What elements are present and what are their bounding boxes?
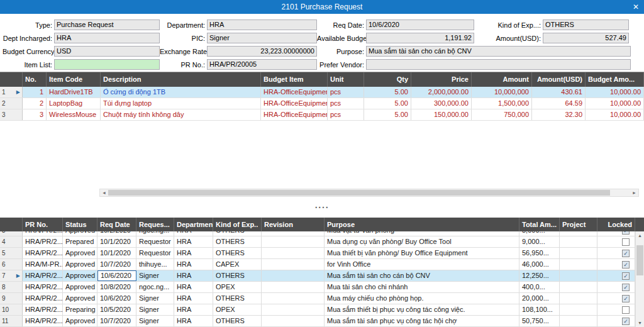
column-header-purpose[interactable]: Purpose	[325, 218, 519, 231]
pr-row[interactable]: 9 ▶ HRA/PR/2... Approved 10/6/2020 Signe…	[0, 293, 635, 304]
prefer-vendor-field[interactable]	[366, 59, 631, 70]
close-icon[interactable]: ✕	[633, 0, 639, 14]
column-header-total-amount[interactable]: Total Am...	[519, 218, 560, 231]
pr-row[interactable]: 4 ▶ HRA/PR/2... Prepared 10/1/2020 Reque…	[0, 236, 635, 248]
column-header-requestor[interactable]: Reques...	[136, 218, 174, 231]
column-header-budget-amount[interactable]: Budget Amo...	[586, 72, 644, 87]
scroll-left-icon[interactable]: ◄	[100, 189, 108, 196]
splitter-handle-icon[interactable]: ····	[315, 204, 330, 211]
vertical-scrollbar-thumb[interactable]	[636, 245, 643, 275]
kind-of-exp-field[interactable]: OTHERS	[543, 19, 629, 30]
pr-row[interactable]: 8 ▶ HRA/PR/2... Approved 10/8/2020 ngoc.…	[0, 282, 635, 293]
cell-department: HRA	[174, 282, 213, 292]
horizontal-scrollbar[interactable]: ◄ ►	[99, 189, 639, 197]
column-header-budget-item[interactable]: Budget Item	[261, 72, 328, 87]
locked-checkbox[interactable]: ✓	[622, 306, 630, 314]
item-row[interactable]: 3 ▶ 3 WirelessMouse Chuột máy tính không…	[0, 109, 644, 121]
dept-incharged-label: Dept Incharged:	[3, 35, 54, 42]
column-header-price[interactable]: Price	[411, 72, 472, 87]
item-row[interactable]: 2 ▶ 2 LaptopBag Túi đựng laptop HRA-Offi…	[0, 98, 644, 109]
cell-project	[560, 231, 597, 236]
column-header-project[interactable]: Project	[560, 218, 597, 231]
column-header-qty[interactable]: Qty	[364, 72, 411, 87]
row-selector[interactable]: 4 ▶	[0, 236, 23, 247]
locked-checkbox[interactable]: ✓	[622, 318, 630, 325]
pr-no-field[interactable]: HRA/PR/20005	[207, 59, 317, 70]
dept-incharged-field[interactable]: HRA	[54, 33, 160, 43]
cell-revision	[262, 304, 325, 315]
pr-row[interactable]: 5 ▶ HRA/PR/2... Approved 10/1/2020 Reque…	[0, 248, 635, 259]
locked-checkbox[interactable]: ✓	[622, 272, 630, 280]
row-selector[interactable]: 6 ▶	[0, 259, 23, 270]
item-list-field[interactable]	[54, 59, 160, 70]
scroll-down-icon[interactable]: ▼	[636, 319, 644, 327]
row-selector[interactable]: 2 ▶	[0, 98, 23, 109]
row-selector[interactable]: 10 ▶	[0, 304, 23, 315]
available-budget-field[interactable]: 1,191.92	[366, 33, 474, 43]
cell-kind-of-exp: OTHERS	[213, 248, 262, 258]
amount-usd-field[interactable]: 527.49	[543, 33, 629, 43]
pr-row[interactable]: 11 ▶ HRA/PR/2... Approved 10/7/2020 Sign…	[0, 316, 635, 327]
pr-row[interactable]: 10 ▶ HRA/PR/2... Preparing 10/5/2020 Sig…	[0, 304, 635, 316]
column-header-req-date[interactable]: Req Date	[97, 218, 136, 231]
exchange-rate-field[interactable]: 23,223.00000000	[207, 46, 317, 57]
cell-unit: pcs	[328, 87, 364, 97]
budget-currency-field[interactable]: USD	[54, 46, 160, 57]
column-header-amount-usd[interactable]: Amount(USD)	[532, 72, 586, 87]
cell-qty: 5.00	[364, 109, 411, 120]
column-header-status[interactable]: Status	[63, 218, 97, 231]
purpose-field[interactable]: Mua sắm tài sản cho cán bộ CNV	[366, 46, 631, 57]
cell-project	[560, 259, 597, 270]
locked-checkbox[interactable]: ✓	[622, 261, 630, 269]
row-selector[interactable]: 8 ▶	[0, 282, 23, 292]
locked-checkbox[interactable]: ✓	[622, 295, 630, 302]
exchange-rate-label: Exchange Rate:	[160, 48, 207, 55]
column-header-unit[interactable]: Unit	[328, 72, 364, 87]
column-header-pr-no[interactable]: PR No.	[23, 218, 63, 231]
horizontal-scrollbar-thumb[interactable]	[108, 190, 610, 196]
row-selector[interactable]: 3 ▶	[0, 109, 23, 120]
cell-total-amount: 108,100...	[519, 304, 560, 315]
type-field[interactable]: Purchase Request	[54, 19, 160, 30]
item-row[interactable]: 1 ▶ 1 HardDrive1TB Ổ cứng di động 1TB HR…	[0, 87, 644, 98]
column-header-kind-of-exp[interactable]: Kind of Exp..	[213, 218, 262, 231]
locked-checkbox[interactable]: ✓	[622, 238, 630, 246]
row-selector[interactable]: 11 ▶	[0, 316, 23, 326]
locked-checkbox[interactable]: ✓	[622, 284, 630, 291]
locked-checkbox[interactable]: ✓	[622, 231, 630, 235]
cell-department: HRA	[174, 231, 213, 236]
locked-checkbox[interactable]: ✓	[622, 250, 630, 257]
scroll-up-icon[interactable]: ▲	[636, 231, 644, 240]
row-selector[interactable]: 1 ▶	[0, 87, 23, 97]
column-header-locked[interactable]: Locked	[597, 218, 635, 231]
check-icon: ✓	[623, 250, 628, 257]
department-field[interactable]: HRA	[207, 19, 317, 30]
scroll-right-icon[interactable]: ►	[630, 189, 638, 196]
row-selector[interactable]: 5 ▶	[0, 248, 23, 258]
check-icon: ✓	[623, 284, 628, 291]
column-header-description[interactable]: Description	[101, 72, 261, 87]
column-header-revision[interactable]: Revision	[262, 218, 325, 231]
header-form: Type: Purchase Request Department: HRA R…	[0, 14, 644, 72]
column-header-department[interactable]: Department	[174, 218, 213, 231]
row-selector[interactable]: 7 ▶	[0, 270, 23, 281]
cell-pr-no: HRA/M-PR...	[23, 259, 63, 270]
cell-locked: ✓	[597, 248, 635, 258]
vertical-scrollbar[interactable]: ▲ ▼	[635, 231, 644, 327]
row-selector[interactable]: 9 ▶	[0, 293, 23, 304]
pr-row[interactable]: 3 ▶ HRA/PR/2... Approved 10/2/2020 ngoc.…	[0, 231, 635, 236]
column-header-no[interactable]: No.	[23, 72, 47, 87]
pr-row[interactable]: 7 ▶ HRA/PR/2... Approved 10/6/2020 Signe…	[0, 270, 635, 282]
pr-row[interactable]: 6 ▶ HRA/M-PR... Approved 10/7/2020 thihu…	[0, 259, 635, 270]
row-selector[interactable]: 3 ▶	[0, 231, 23, 236]
column-header-item-code[interactable]: Item Code	[47, 72, 101, 87]
req-date-field[interactable]: 10/6/2020	[366, 19, 474, 30]
item-list-label: Item List:	[3, 61, 54, 69]
cell-req-date: 10/7/2020	[97, 259, 136, 270]
pic-field[interactable]: Signer	[207, 33, 317, 43]
item-grid: No. Item Code Description Budget Item Un…	[0, 72, 644, 189]
cell-item-code: WirelessMouse	[47, 109, 101, 120]
column-header-amount[interactable]: Amount	[472, 72, 532, 87]
grid-splitter[interactable]: ····	[0, 197, 644, 218]
row-number: 5	[2, 248, 6, 258]
